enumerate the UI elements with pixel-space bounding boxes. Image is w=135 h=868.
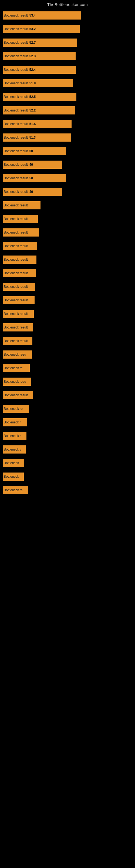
bar-label: Bottleneck result — [4, 312, 29, 316]
bar-label: Bottleneck — [4, 475, 20, 478]
bar-label: Bottleneck result — [4, 122, 29, 126]
bar-label: Bottleneck result — [4, 149, 29, 153]
bar-label: Bottleneck result — [4, 54, 29, 58]
chart-container: Bottleneck result53.4Bottleneck result53… — [0, 8, 135, 499]
bar-row: Bottleneck re — [3, 485, 132, 495]
bar-value: 49 — [30, 163, 33, 166]
bar-label: Bottleneck result — [4, 204, 29, 207]
bar-row: Bottleneck result52.5 — [3, 92, 132, 102]
bar-value: 53.2 — [30, 27, 36, 31]
bar-label: Bottleneck result — [4, 230, 29, 235]
bar-label: Bottleneck result — [4, 393, 29, 397]
bar-label: Bottleneck result — [4, 108, 29, 112]
bar-row: Bottleneck result52.2 — [3, 105, 132, 115]
bar-row: Bottleneck result50 — [3, 173, 132, 183]
bar-label: Bottleneck result — [4, 27, 29, 31]
bar-label: Bottleneck v — [4, 447, 22, 452]
bar-row: Bottleneck resu — [3, 377, 132, 386]
bar-row: Bottleneck result — [3, 309, 132, 319]
bar-value: 52.7 — [30, 41, 36, 44]
bar-value: 52.3 — [30, 54, 36, 58]
bar-value: 53.4 — [30, 13, 36, 18]
bar-row: Bottleneck result — [3, 322, 132, 332]
bar-label: Bottleneck result — [4, 244, 29, 248]
bar-row: Bottleneck result52.3 — [3, 51, 132, 61]
bar-label: Bottleneck r — [4, 434, 22, 438]
bar-row: Bottleneck result53.4 — [3, 10, 132, 20]
bar-label: Bottleneck re — [4, 366, 24, 370]
bar-row: Bottleneck v — [3, 444, 132, 454]
bar-row: Bottleneck result — [3, 214, 132, 224]
bar-label: Bottleneck result — [4, 41, 29, 44]
bar-value: 50 — [30, 149, 33, 153]
bar-label: Bottleneck re — [4, 407, 24, 411]
bar-row: Bottleneck result — [3, 336, 132, 346]
bar-value: 51.4 — [30, 122, 36, 126]
bar-label: Bottleneck resu — [4, 352, 27, 356]
bar-row: Bottleneck resu — [3, 350, 132, 360]
bar-row: Bottleneck result — [3, 282, 132, 291]
bar-row: Bottleneck — [3, 472, 132, 482]
bar-value: 51.8 — [30, 82, 36, 85]
bar-label: Bottleneck result — [4, 68, 29, 72]
bar-row: Bottleneck result49 — [3, 187, 132, 197]
bar-row: Bottleneck result — [3, 390, 132, 400]
bar-label: Bottleneck result — [4, 326, 29, 329]
bar-row: Bottleneck result50 — [3, 146, 132, 156]
bar-value: 52.5 — [30, 95, 36, 99]
bar-value: 51.3 — [30, 135, 36, 140]
bar-label: Bottleneck result — [4, 95, 29, 99]
bar-row: Bottleneck result — [3, 227, 132, 237]
bar-label: Bottleneck — [4, 461, 20, 465]
bar-row: Bottleneck result — [3, 296, 132, 305]
bar-label: Bottleneck result — [4, 258, 29, 261]
bar-label: Bottleneck result — [4, 285, 29, 289]
site-header: TheBottlenecker.com — [0, 0, 135, 8]
bar-row: Bottleneck result — [3, 268, 132, 278]
bar-label: Bottleneck result — [4, 176, 29, 180]
bar-row: Bottleneck result51.4 — [3, 119, 132, 129]
bar-row: Bottleneck result49 — [3, 160, 132, 169]
bar-label: Bottleneck re — [4, 488, 24, 492]
bar-row: Bottleneck result51.8 — [3, 79, 132, 88]
bar-label: Bottleneck result — [4, 13, 29, 18]
bar-label: Bottleneck result — [4, 163, 29, 166]
bar-label: Bottleneck result — [4, 299, 29, 302]
bar-row: Bottleneck result — [3, 255, 132, 265]
bar-label: Bottleneck resu — [4, 380, 27, 383]
bar-value: 49 — [30, 190, 33, 194]
bar-label: Bottleneck r — [4, 421, 22, 424]
bar-label: Bottleneck result — [4, 82, 29, 85]
bar-row: Bottleneck result53.2 — [3, 24, 132, 34]
bar-value: 50 — [30, 176, 33, 180]
bar-label: Bottleneck result — [4, 217, 29, 221]
bar-row: Bottleneck result — [3, 200, 132, 210]
bar-value: 52.2 — [30, 108, 36, 112]
bar-label: Bottleneck result — [4, 190, 29, 194]
bar-label: Bottleneck result — [4, 271, 29, 275]
bar-label: Bottleneck result — [4, 339, 29, 343]
bar-row: Bottleneck — [3, 458, 132, 468]
bar-value: 52.4 — [30, 68, 36, 72]
bar-row: Bottleneck result52.7 — [3, 38, 132, 48]
bar-label: Bottleneck result — [4, 135, 29, 140]
bar-row: Bottleneck result52.4 — [3, 65, 132, 74]
bar-row: Bottleneck result51.3 — [3, 133, 132, 143]
bar-row: Bottleneck r — [3, 417, 132, 427]
bar-row: Bottleneck result — [3, 241, 132, 251]
bar-row: Bottleneck re — [3, 404, 132, 414]
bar-row: Bottleneck r — [3, 431, 132, 441]
bar-row: Bottleneck re — [3, 363, 132, 373]
